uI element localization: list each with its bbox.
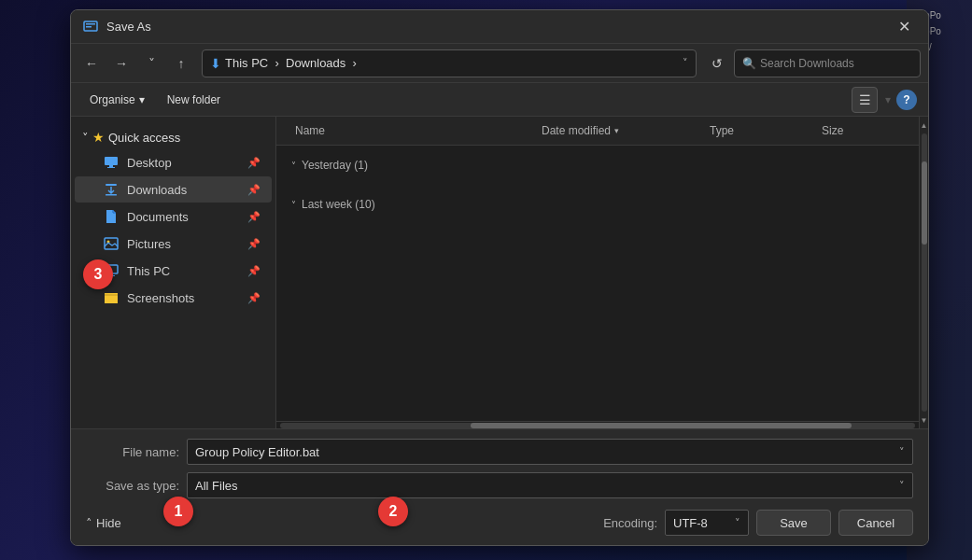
scroll-track[interactable] [922, 133, 927, 412]
save-button[interactable]: Save [756, 510, 831, 536]
column-size-label: Size [822, 124, 843, 137]
lastweek-label: Last week (10) [302, 198, 375, 211]
filetype-select[interactable]: All Files ˅ [187, 472, 913, 498]
svg-rect-3 [105, 157, 118, 165]
desktop-pin-icon: 📌 [247, 157, 261, 169]
this-pc-icon [103, 262, 120, 279]
address-bar[interactable]: ⬇ This PC › Downloads › ˅ [202, 49, 697, 77]
search-icon: 🔍 [742, 57, 756, 70]
quick-access-label: Quick access [108, 131, 180, 145]
sidebar-item-screenshots[interactable]: Screenshots 📌 [75, 285, 272, 311]
command-bar: Organise ▾ New folder ☰ ▾ ? [71, 83, 928, 117]
downloads-label: Downloads [127, 183, 187, 197]
sidebar-item-downloads[interactable]: Downloads 📌 [75, 176, 272, 203]
sidebar-item-pictures[interactable]: Pictures 📌 [75, 231, 272, 257]
column-date[interactable]: Date modified ▾ [534, 120, 702, 141]
filetype-label: Save as type: [86, 479, 179, 493]
help-button[interactable]: ? [896, 90, 917, 110]
sidebar-item-documents[interactable]: Documents 📌 [75, 203, 272, 230]
hide-folders-toggle[interactable]: ˄ Hide [86, 516, 121, 530]
svg-rect-6 [106, 184, 117, 186]
address-toolbar: ← → ˅ ↑ ⬇ This PC › Downloads › ˅ ↺ 🔍 Se… [71, 44, 928, 83]
scrollbar-thumb[interactable] [471, 423, 852, 428]
pictures-label: Pictures [127, 237, 171, 251]
encoding-value: UTF-8 [673, 516, 708, 530]
quick-access-header[interactable]: ˅ ★ Quick access [71, 126, 275, 148]
this-pc-pin-icon: 📌 [247, 265, 261, 277]
scroll-up-button[interactable]: ▲ [920, 119, 929, 132]
bottom-panel: File name: Group Policy Editor.bat ˅ Sav… [71, 428, 928, 545]
recent-locations-button[interactable]: ˅ [138, 50, 164, 77]
sidebar-item-this-pc[interactable]: This PC 📌 [75, 258, 272, 284]
svg-rect-5 [107, 167, 115, 168]
filename-input[interactable]: Group Policy Editor.bat ˅ [187, 439, 913, 465]
filetype-value: All Files [195, 479, 238, 493]
back-button[interactable]: ← [78, 50, 105, 77]
address-bar-icon: ⬇ [210, 56, 221, 71]
column-date-label: Date modified [542, 124, 611, 137]
forward-button[interactable]: → [108, 50, 134, 77]
column-name[interactable]: Name [288, 120, 534, 141]
address-bar-path: This PC › Downloads › [225, 56, 679, 70]
up-button[interactable]: ↑ [168, 50, 194, 77]
file-group-yesterday-header[interactable]: ˅ Yesterday (1) [276, 153, 919, 177]
hide-chevron-icon: ˄ [86, 516, 92, 530]
close-button[interactable]: ✕ [891, 14, 917, 40]
column-size[interactable]: Size [814, 120, 908, 141]
dialog-icon [82, 20, 99, 35]
desktop-label: Desktop [127, 156, 172, 170]
sidebar-item-desktop[interactable]: Desktop 📌 [75, 149, 272, 175]
quick-access-section: ˅ ★ Quick access Desktop 📌 [71, 124, 275, 314]
encoding-select[interactable]: UTF-8 ˅ [665, 510, 749, 536]
yesterday-chevron-icon: ˅ [291, 161, 296, 171]
scroll-down-button[interactable]: ▼ [920, 413, 929, 427]
column-name-label: Name [295, 124, 325, 137]
svg-rect-7 [106, 194, 117, 196]
cancel-button[interactable]: Cancel [838, 510, 913, 536]
new-folder-label: New folder [167, 93, 220, 106]
view-divider: ▾ [885, 93, 889, 106]
hide-label: Hide [96, 516, 121, 530]
file-group-lastweek-header[interactable]: ˅ Last week (10) [276, 192, 919, 217]
yesterday-label: Yesterday (1) [302, 159, 368, 172]
horizontal-scrollbar[interactable] [276, 421, 919, 428]
screenshots-pin-icon: 📌 [247, 292, 261, 304]
address-bar-dropdown[interactable]: ˅ [683, 57, 688, 69]
pictures-pin-icon: 📌 [247, 238, 261, 250]
refresh-button[interactable]: ↺ [704, 50, 730, 77]
filename-label: File name: [86, 445, 179, 459]
file-list-header: Name Date modified ▾ Type Size [276, 117, 919, 146]
sidebar: ˅ ★ Quick access Desktop 📌 [71, 117, 276, 428]
vertical-scrollbar[interactable]: ▲ ▼ [919, 117, 928, 428]
filetype-dropdown-icon[interactable]: ˅ [899, 480, 905, 492]
title-bar: Save As ✕ [71, 10, 928, 44]
scrollbar-track[interactable] [280, 423, 915, 428]
encoding-label: Encoding: [603, 516, 657, 530]
documents-icon [103, 208, 120, 225]
filename-value: Group Policy Editor.bat [195, 445, 319, 459]
column-date-sort-icon: ▾ [614, 126, 619, 135]
organise-button[interactable]: Organise ▾ [82, 89, 152, 111]
file-group-lastweek: ˅ Last week (10) [276, 185, 919, 224]
documents-label: Documents [127, 210, 189, 224]
filename-dropdown-icon[interactable]: ˅ [899, 446, 905, 458]
new-folder-button[interactable]: New folder [160, 89, 228, 111]
this-pc-label: This PC [127, 264, 170, 278]
quick-access-chevron-icon: ˅ [82, 131, 89, 145]
column-type[interactable]: Type [702, 120, 814, 141]
search-placeholder: Search Downloads [760, 57, 854, 70]
svg-rect-11 [109, 273, 113, 275]
lastweek-chevron-icon: ˅ [291, 200, 296, 210]
view-button[interactable]: ☰ [852, 87, 878, 113]
svg-rect-8 [105, 238, 118, 249]
screenshots-icon [103, 289, 120, 306]
dialog-title: Save As [106, 20, 891, 34]
search-box[interactable]: 🔍 Search Downloads [734, 49, 921, 77]
svg-rect-10 [105, 265, 118, 273]
scroll-thumb[interactable] [922, 161, 927, 245]
organise-label: Organise [90, 93, 135, 106]
file-group-yesterday: ˅ Yesterday (1) [276, 146, 919, 185]
column-type-label: Type [710, 124, 734, 137]
file-list: ˅ Yesterday (1) ˅ Last week (10) [276, 146, 919, 421]
organise-chevron-icon: ▾ [139, 93, 145, 106]
